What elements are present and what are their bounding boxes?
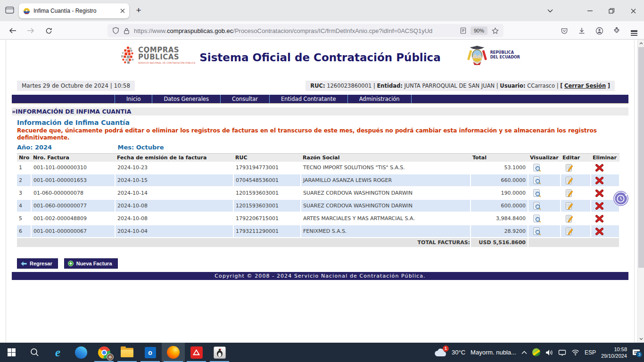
edit-document-icon[interactable] (565, 202, 573, 210)
cell-razon-social: SUAREZ CORDOVA WASHINGTON DARWIN (301, 187, 471, 199)
view-document-icon[interactable] (533, 189, 541, 197)
view-document-icon[interactable] (533, 176, 541, 185)
cell-fecha: 2024-10-14 (115, 187, 233, 199)
tab-close-icon[interactable] (120, 8, 125, 13)
nav-item-consultar[interactable]: Consultar (221, 95, 270, 103)
scroll-up-icon[interactable] (639, 41, 643, 45)
pocket-icon[interactable] (557, 25, 571, 37)
edit-document-icon[interactable] (565, 189, 573, 197)
nueva-factura-button[interactable]: Nueva Factura (64, 258, 118, 269)
windows-logo-icon (8, 348, 16, 357)
delete-row-icon[interactable] (595, 189, 603, 197)
taskbar-chrome[interactable]: G (92, 343, 116, 362)
cell-ruc: 1792206715001 (233, 212, 301, 225)
keyboard-language[interactable]: ESP (585, 349, 596, 356)
delete-row-icon[interactable] (595, 177, 603, 184)
nav-item-datos-generales[interactable]: Datos Generales (152, 95, 220, 103)
taskbar-outlook[interactable]: o (139, 343, 162, 362)
volume-icon[interactable] (545, 349, 553, 356)
taskbar-search-button[interactable] (23, 343, 46, 362)
downloads-icon[interactable] (575, 25, 589, 37)
edit-document-icon[interactable] (565, 176, 573, 185)
table-total-row: TOTAL FACTURAS: USD 5,516.8600 (17, 238, 619, 247)
weather-description[interactable]: Mayorm. nubla... (471, 349, 516, 356)
delete-row-icon[interactable] (595, 228, 603, 235)
clock-widget[interactable]: 10:58 29/10/2024 (601, 346, 627, 359)
reader-mode-icon[interactable] (460, 27, 466, 34)
java-duke-icon (214, 346, 226, 359)
taskbar-java-app[interactable] (208, 343, 231, 362)
cell-nro: 4 (17, 199, 31, 212)
connect-display-icon[interactable] (558, 349, 566, 356)
weather-alert-badge: 1 (443, 346, 449, 352)
reload-button[interactable] (41, 25, 56, 37)
browser-toolbar: https://www.compraspublicas.gob.ec/Proce… (0, 21, 644, 40)
view-document-icon[interactable] (533, 164, 541, 172)
tray-chevron-up-icon[interactable] (521, 351, 527, 354)
cell-ruc: 1793194773001 (233, 162, 301, 174)
nav-item-administracion[interactable]: Administración (348, 95, 412, 103)
cell-total: 600.0000 (471, 199, 528, 212)
scroll-down-icon[interactable] (639, 337, 643, 341)
window-restore-button[interactable] (603, 4, 619, 18)
forward-button[interactable] (24, 25, 38, 37)
col-total: Total (471, 154, 528, 162)
cell-fecha: 2024-10-15 (115, 174, 233, 187)
menu-hamburger-icon[interactable] (627, 25, 641, 37)
taskbar-internet-explorer[interactable]: e (46, 343, 69, 362)
lock-icon[interactable] (124, 27, 130, 34)
bookmark-star-icon[interactable] (492, 27, 499, 34)
taskbar-acrobat[interactable] (185, 343, 208, 362)
invoice-row: 6001-001-0000000672024-10-04179321129000… (17, 225, 619, 238)
cell-ruc: 1793211290001 (233, 225, 301, 238)
regresar-button[interactable]: Regresar (17, 258, 58, 269)
temperature-label[interactable]: 30°C (452, 349, 465, 356)
firefox-view-icon[interactable] (5, 7, 14, 14)
window-minimize-button[interactable] (582, 4, 598, 18)
browser-tab[interactable]: Infima Cuantía - Registro (19, 3, 129, 18)
extensions-puzzle-icon[interactable] (610, 25, 624, 37)
new-tab-button[interactable]: + (132, 4, 145, 17)
delete-row-icon[interactable] (595, 215, 603, 222)
delete-row-icon[interactable] (595, 202, 603, 210)
taskbar-file-explorer[interactable] (116, 343, 139, 362)
cell-total: 53.1000 (471, 162, 528, 174)
logout-link[interactable]: Cerrar Sesión (564, 82, 606, 89)
floating-timer-widget[interactable] (613, 190, 629, 207)
tab-list-chevron-icon[interactable] (542, 4, 558, 18)
antivirus-tray-icon[interactable] (532, 348, 540, 356)
start-button[interactable] (0, 343, 23, 362)
taskbar-edge[interactable] (69, 343, 92, 362)
view-document-icon[interactable] (533, 227, 541, 236)
page-scrollbar[interactable] (637, 40, 644, 343)
zoom-level-badge[interactable]: 90% (471, 26, 487, 35)
total-facturas-value: USD 5,516.8600 (471, 238, 528, 247)
scrollbar-thumb[interactable] (638, 47, 644, 268)
window-close-button[interactable] (625, 4, 641, 18)
notification-center-button[interactable]: 3 (632, 349, 640, 356)
edit-document-icon[interactable] (565, 214, 573, 223)
url-text[interactable]: https://www.compraspublicas.gob.ec/Proce… (134, 27, 456, 34)
edit-document-icon[interactable] (565, 227, 573, 236)
section-title: Información de Infima Cuantía (17, 119, 634, 126)
cell-razon-social: FENIXMED S.A.S. (301, 225, 471, 238)
back-button[interactable] (6, 25, 20, 37)
weather-widget[interactable]: 1 (434, 348, 446, 357)
edge-icon (75, 346, 87, 359)
page-content: COMPRAS PÚBLICAS SERVICIO NACIONAL DE CO… (6, 40, 635, 343)
account-icon[interactable] (592, 25, 606, 37)
year-label: Año: 2024 (17, 144, 116, 151)
cell-razon-social: TECNO IMPORT SOLUTIONS "TIS" S.A.S. (301, 162, 471, 174)
taskbar-firefox[interactable] (162, 343, 185, 362)
view-document-icon[interactable] (533, 214, 541, 223)
nav-item-entidad-contratante[interactable]: Entidad Contratante (270, 95, 348, 103)
delete-row-icon[interactable] (595, 164, 603, 172)
copyright-footer: Copyright © 2008 - 2024 Servicio Naciona… (12, 272, 628, 280)
nav-item-inicio[interactable]: Inicio (115, 95, 152, 103)
view-document-icon[interactable] (533, 202, 541, 210)
month-label: Mes: Octubre (118, 144, 164, 151)
url-bar[interactable]: https://www.compraspublicas.gob.ec/Proce… (107, 24, 504, 37)
shield-icon[interactable] (112, 27, 119, 34)
edit-document-icon[interactable] (565, 164, 573, 172)
wifi-icon[interactable] (571, 349, 579, 355)
